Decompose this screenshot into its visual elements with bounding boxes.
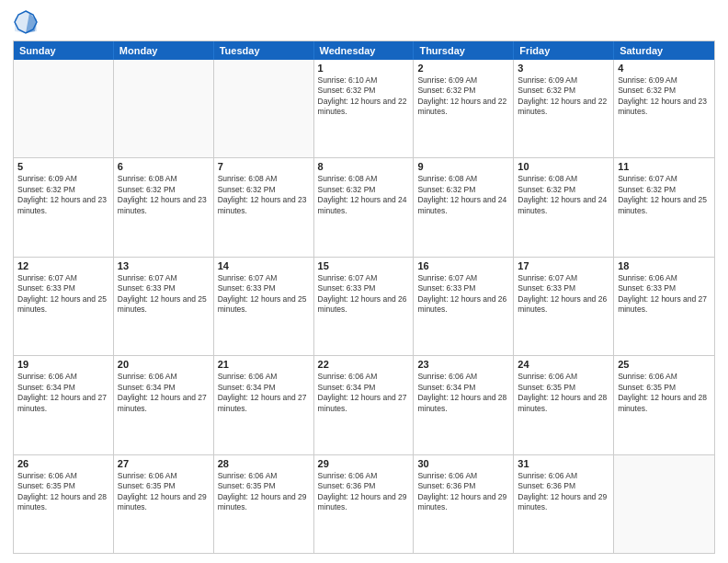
day-number: 11 <box>618 161 711 172</box>
day-cell: 21Sunrise: 6:06 AM Sunset: 6:34 PM Dayli… <box>214 356 314 454</box>
day-cell: 3Sunrise: 6:09 AM Sunset: 6:32 PM Daylig… <box>514 60 614 157</box>
day-number: 28 <box>218 458 310 469</box>
day-cell: 20Sunrise: 6:06 AM Sunset: 6:34 PM Dayli… <box>114 356 214 454</box>
calendar: SundayMondayTuesdayWednesdayThursdayFrid… <box>13 40 715 554</box>
day-info: Sunrise: 6:06 AM Sunset: 6:34 PM Dayligh… <box>118 372 210 414</box>
day-info: Sunrise: 6:08 AM Sunset: 6:32 PM Dayligh… <box>318 174 410 216</box>
page: SundayMondayTuesdayWednesdayThursdayFrid… <box>0 0 728 563</box>
day-cell: 12Sunrise: 6:07 AM Sunset: 6:33 PM Dayli… <box>14 258 114 355</box>
day-info: Sunrise: 6:06 AM Sunset: 6:36 PM Dayligh… <box>417 471 509 513</box>
day-info: Sunrise: 6:06 AM Sunset: 6:35 PM Dayligh… <box>218 471 310 513</box>
day-cell: 9Sunrise: 6:08 AM Sunset: 6:32 PM Daylig… <box>414 158 514 256</box>
day-cell: 1Sunrise: 6:10 AM Sunset: 6:32 PM Daylig… <box>314 60 415 157</box>
day-number: 14 <box>218 260 310 271</box>
day-cell: 29Sunrise: 6:06 AM Sunset: 6:36 PM Dayli… <box>314 455 415 553</box>
day-info: Sunrise: 6:07 AM Sunset: 6:33 PM Dayligh… <box>17 273 109 316</box>
day-info: Sunrise: 6:06 AM Sunset: 6:34 PM Dayligh… <box>417 372 509 414</box>
day-cell: 10Sunrise: 6:08 AM Sunset: 6:32 PM Dayli… <box>514 158 614 256</box>
day-info: Sunrise: 6:09 AM Sunset: 6:32 PM Dayligh… <box>518 75 609 118</box>
day-cell: 2Sunrise: 6:09 AM Sunset: 6:32 PM Daylig… <box>414 60 514 157</box>
weeks: 1Sunrise: 6:10 AM Sunset: 6:32 PM Daylig… <box>14 60 714 553</box>
day-info: Sunrise: 6:06 AM Sunset: 6:35 PM Dayligh… <box>518 372 609 414</box>
day-cell: 16Sunrise: 6:07 AM Sunset: 6:33 PM Dayli… <box>414 258 514 355</box>
day-cell: 15Sunrise: 6:07 AM Sunset: 6:33 PM Dayli… <box>314 258 415 355</box>
day-header-monday: Monday <box>114 41 214 60</box>
day-number: 21 <box>218 359 310 370</box>
day-info: Sunrise: 6:06 AM Sunset: 6:33 PM Dayligh… <box>618 273 711 316</box>
week-row-1: 1Sunrise: 6:10 AM Sunset: 6:32 PM Daylig… <box>14 60 714 158</box>
day-cell <box>614 455 714 553</box>
day-number: 1 <box>318 63 410 74</box>
day-cell: 25Sunrise: 6:06 AM Sunset: 6:35 PM Dayli… <box>614 356 714 454</box>
week-row-5: 26Sunrise: 6:06 AM Sunset: 6:35 PM Dayli… <box>14 455 714 553</box>
day-header-thursday: Thursday <box>414 41 514 60</box>
day-number: 12 <box>17 260 109 271</box>
day-number: 20 <box>118 359 210 370</box>
logo <box>13 9 42 35</box>
day-cell: 19Sunrise: 6:06 AM Sunset: 6:34 PM Dayli… <box>14 356 114 454</box>
day-info: Sunrise: 6:08 AM Sunset: 6:32 PM Dayligh… <box>218 174 310 216</box>
header <box>13 9 715 35</box>
day-cell: 28Sunrise: 6:06 AM Sunset: 6:35 PM Dayli… <box>214 455 314 553</box>
day-number: 17 <box>518 260 609 271</box>
day-info: Sunrise: 6:06 AM Sunset: 6:36 PM Dayligh… <box>518 471 609 513</box>
day-info: Sunrise: 6:07 AM Sunset: 6:33 PM Dayligh… <box>118 273 210 316</box>
day-number: 27 <box>118 458 210 469</box>
day-cell: 4Sunrise: 6:09 AM Sunset: 6:32 PM Daylig… <box>614 60 714 157</box>
day-cell: 22Sunrise: 6:06 AM Sunset: 6:34 PM Dayli… <box>314 356 415 454</box>
day-cell: 23Sunrise: 6:06 AM Sunset: 6:34 PM Dayli… <box>414 356 514 454</box>
day-number: 25 <box>618 359 711 370</box>
day-number: 7 <box>218 161 310 172</box>
day-number: 18 <box>618 260 711 271</box>
day-info: Sunrise: 6:08 AM Sunset: 6:32 PM Dayligh… <box>417 174 509 216</box>
day-header-sunday: Sunday <box>14 41 114 60</box>
day-number: 2 <box>417 63 509 74</box>
day-number: 29 <box>318 458 410 469</box>
day-cell: 5Sunrise: 6:09 AM Sunset: 6:32 PM Daylig… <box>14 158 114 256</box>
day-number: 3 <box>518 63 609 74</box>
day-cell: 11Sunrise: 6:07 AM Sunset: 6:32 PM Dayli… <box>614 158 714 256</box>
day-cell: 13Sunrise: 6:07 AM Sunset: 6:33 PM Dayli… <box>114 258 214 355</box>
day-info: Sunrise: 6:06 AM Sunset: 6:36 PM Dayligh… <box>318 471 410 513</box>
day-header-wednesday: Wednesday <box>314 41 415 60</box>
day-cell <box>14 60 114 157</box>
day-cell: 27Sunrise: 6:06 AM Sunset: 6:35 PM Dayli… <box>114 455 214 553</box>
week-row-3: 12Sunrise: 6:07 AM Sunset: 6:33 PM Dayli… <box>14 258 714 356</box>
day-cell <box>214 60 314 157</box>
day-info: Sunrise: 6:08 AM Sunset: 6:32 PM Dayligh… <box>518 174 609 216</box>
day-number: 10 <box>518 161 609 172</box>
week-row-4: 19Sunrise: 6:06 AM Sunset: 6:34 PM Dayli… <box>14 356 714 454</box>
day-number: 16 <box>417 260 509 271</box>
day-headers: SundayMondayTuesdayWednesdayThursdayFrid… <box>14 41 714 60</box>
day-info: Sunrise: 6:06 AM Sunset: 6:34 PM Dayligh… <box>318 372 410 414</box>
day-cell: 26Sunrise: 6:06 AM Sunset: 6:35 PM Dayli… <box>14 455 114 553</box>
day-cell: 31Sunrise: 6:06 AM Sunset: 6:36 PM Dayli… <box>514 455 614 553</box>
day-info: Sunrise: 6:07 AM Sunset: 6:32 PM Dayligh… <box>618 174 711 216</box>
day-info: Sunrise: 6:07 AM Sunset: 6:33 PM Dayligh… <box>318 273 410 316</box>
day-number: 23 <box>417 359 509 370</box>
day-number: 13 <box>118 260 210 271</box>
day-cell: 8Sunrise: 6:08 AM Sunset: 6:32 PM Daylig… <box>314 158 415 256</box>
day-number: 6 <box>118 161 210 172</box>
logo-icon <box>13 9 39 35</box>
day-info: Sunrise: 6:07 AM Sunset: 6:33 PM Dayligh… <box>518 273 609 316</box>
day-info: Sunrise: 6:06 AM Sunset: 6:35 PM Dayligh… <box>618 372 711 414</box>
day-info: Sunrise: 6:09 AM Sunset: 6:32 PM Dayligh… <box>17 174 109 216</box>
day-info: Sunrise: 6:06 AM Sunset: 6:34 PM Dayligh… <box>218 372 310 414</box>
day-info: Sunrise: 6:07 AM Sunset: 6:33 PM Dayligh… <box>417 273 509 316</box>
day-cell: 18Sunrise: 6:06 AM Sunset: 6:33 PM Dayli… <box>614 258 714 355</box>
day-number: 22 <box>318 359 410 370</box>
day-number: 4 <box>618 63 711 74</box>
day-number: 8 <box>318 161 410 172</box>
day-number: 19 <box>17 359 109 370</box>
day-header-saturday: Saturday <box>614 41 714 60</box>
day-info: Sunrise: 6:06 AM Sunset: 6:35 PM Dayligh… <box>118 471 210 513</box>
day-header-friday: Friday <box>514 41 614 60</box>
day-number: 31 <box>518 458 609 469</box>
day-cell: 30Sunrise: 6:06 AM Sunset: 6:36 PM Dayli… <box>414 455 514 553</box>
day-info: Sunrise: 6:10 AM Sunset: 6:32 PM Dayligh… <box>318 75 410 118</box>
day-cell: 24Sunrise: 6:06 AM Sunset: 6:35 PM Dayli… <box>514 356 614 454</box>
day-cell: 17Sunrise: 6:07 AM Sunset: 6:33 PM Dayli… <box>514 258 614 355</box>
day-info: Sunrise: 6:09 AM Sunset: 6:32 PM Dayligh… <box>417 75 509 118</box>
day-cell: 14Sunrise: 6:07 AM Sunset: 6:33 PM Dayli… <box>214 258 314 355</box>
